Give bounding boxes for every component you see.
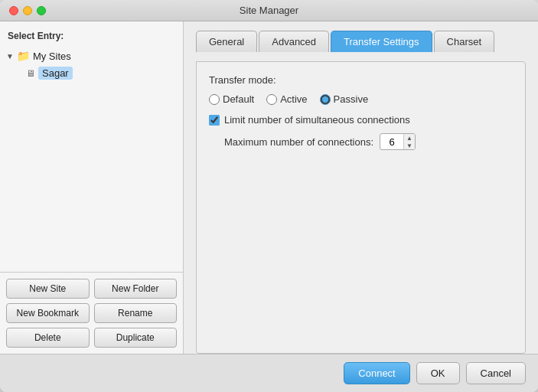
bottom-bar: Connect OK Cancel xyxy=(0,354,538,392)
tab-advanced[interactable]: Advanced xyxy=(259,31,329,52)
tab-charset[interactable]: Charset xyxy=(434,31,495,52)
tree-item-sagar[interactable]: 🖥 Sagar xyxy=(0,64,183,82)
new-folder-button[interactable]: New Folder xyxy=(94,279,178,299)
radio-default-label: Default xyxy=(223,93,254,105)
minimize-button[interactable] xyxy=(23,6,32,15)
limit-connections-checkbox[interactable] xyxy=(209,115,220,126)
sidebar-buttons: New Site New Folder New Bookmark Rename … xyxy=(0,272,183,354)
window-title: Site Manager xyxy=(240,5,298,16)
main-panel: General Advanced Transfer Settings Chars… xyxy=(184,21,538,354)
close-button[interactable] xyxy=(9,6,18,15)
max-connections-row: Maximum number of connections: ▲ ▼ xyxy=(224,133,513,150)
max-connections-spinner[interactable]: ▲ ▼ xyxy=(380,133,416,150)
spinner-up-button[interactable]: ▲ xyxy=(404,134,415,142)
delete-button[interactable]: Delete xyxy=(6,328,90,348)
duplicate-button[interactable]: Duplicate xyxy=(94,328,178,348)
tab-bar: General Advanced Transfer Settings Chars… xyxy=(196,31,526,52)
new-bookmark-button[interactable]: New Bookmark xyxy=(6,303,90,323)
cancel-button[interactable]: Cancel xyxy=(466,362,526,384)
tab-general[interactable]: General xyxy=(196,31,257,52)
traffic-lights xyxy=(9,6,46,15)
radio-active[interactable]: Active xyxy=(266,93,307,105)
radio-passive-label: Passive xyxy=(334,93,369,105)
tab-transfer-settings[interactable]: Transfer Settings xyxy=(331,31,432,52)
radio-default[interactable]: Default xyxy=(209,93,254,105)
new-site-button[interactable]: New Site xyxy=(6,279,90,299)
connect-button[interactable]: Connect xyxy=(344,362,409,384)
transfer-mode-label: Transfer mode: xyxy=(209,74,513,86)
spinner-down-button[interactable]: ▼ xyxy=(404,142,415,149)
radio-active-label: Active xyxy=(280,93,307,105)
limit-connections-label: Limit number of simultaneous connections xyxy=(224,114,410,126)
titlebar: Site Manager xyxy=(0,0,538,21)
radio-default-input[interactable] xyxy=(209,94,220,105)
transfer-mode-radio-group: Default Active Passive xyxy=(209,93,513,105)
folder-label: My Sites xyxy=(33,51,71,62)
main-content: Select Entry: ▼ 📁 My Sites 🖥 Sagar New S… xyxy=(0,21,538,354)
tree-folder-my-sites[interactable]: ▼ 📁 My Sites xyxy=(0,47,183,64)
spinner-arrows: ▲ ▼ xyxy=(403,134,415,149)
select-entry-label: Select Entry: xyxy=(0,28,183,46)
maximize-button[interactable] xyxy=(37,6,46,15)
rename-button[interactable]: Rename xyxy=(94,303,178,323)
ok-button[interactable]: OK xyxy=(416,362,460,384)
site-manager-window: Site Manager Select Entry: ▼ 📁 My Sites … xyxy=(0,0,538,392)
site-icon: 🖥 xyxy=(26,68,35,79)
folder-icon: 📁 xyxy=(17,50,30,62)
radio-active-input[interactable] xyxy=(266,94,277,105)
site-label: Sagar xyxy=(38,67,73,80)
chevron-down-icon: ▼ xyxy=(6,52,14,60)
max-connections-label: Maximum number of connections: xyxy=(224,136,373,148)
tree-area: ▼ 📁 My Sites 🖥 Sagar xyxy=(0,46,183,272)
transfer-settings-panel: Transfer mode: Default Active Passive xyxy=(196,61,526,354)
radio-passive-input[interactable] xyxy=(320,94,331,105)
limit-connections-row: Limit number of simultaneous connections xyxy=(209,114,513,126)
radio-passive[interactable]: Passive xyxy=(320,93,369,105)
max-connections-input[interactable] xyxy=(380,136,403,148)
sidebar: Select Entry: ▼ 📁 My Sites 🖥 Sagar New S… xyxy=(0,21,184,354)
